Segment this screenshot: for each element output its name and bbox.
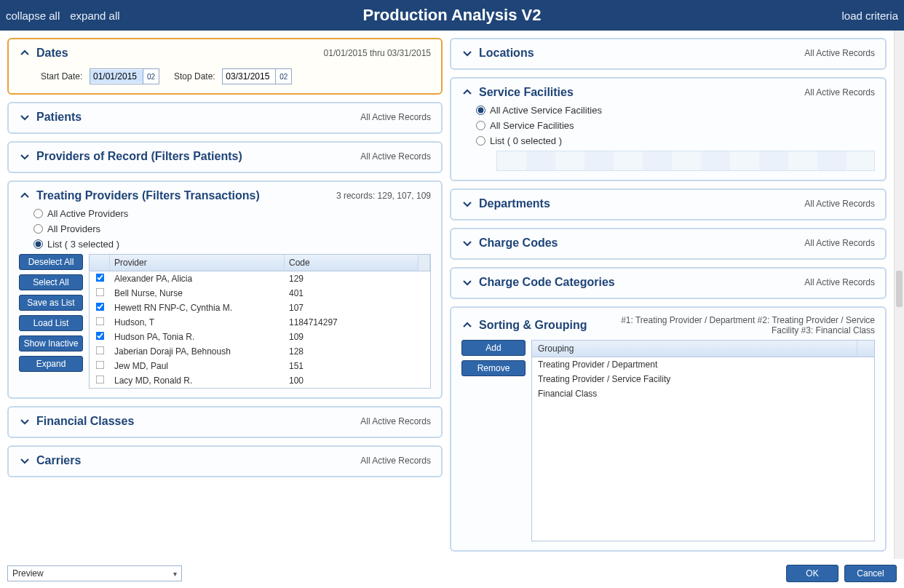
row-checkbox[interactable] (95, 274, 104, 282)
row-checkbox[interactable] (95, 288, 104, 297)
chevron-down-icon[interactable] (461, 47, 473, 59)
chevron-down-icon[interactable] (461, 198, 473, 210)
panel-title: Service Facilities (479, 86, 574, 99)
table-row[interactable]: Hudson, T1184714297 (90, 315, 430, 330)
table-row[interactable]: Bell Nurse, Nurse401 (90, 286, 430, 301)
dropdown-value: Preview (12, 568, 44, 579)
chevron-down-icon[interactable] (461, 277, 473, 288)
panel-treating-providers: Treating Providers (Filters Transactions… (7, 180, 443, 399)
ok-button[interactable]: OK (786, 565, 838, 582)
cancel-button[interactable]: Cancel (844, 565, 897, 582)
grouping-item[interactable]: Treating Provider / Department (532, 357, 874, 372)
provider-name: Lacy MD, Ronald R. (110, 376, 285, 386)
panel-summary: 01/01/2015 thru 03/31/2015 (324, 48, 431, 58)
expand-button[interactable]: Expand (19, 356, 83, 372)
row-checkbox[interactable] (95, 317, 104, 326)
grouping-item[interactable]: Financial Class (532, 386, 874, 401)
chevron-up-icon[interactable] (461, 87, 473, 98)
row-checkbox[interactable] (95, 346, 104, 355)
vertical-scrollbar[interactable] (894, 31, 904, 559)
chevron-down-icon[interactable] (461, 237, 473, 249)
calendar-icon[interactable]: 02 (143, 69, 159, 84)
column-provider[interactable]: Provider (110, 255, 285, 271)
provider-code: 109 (285, 332, 430, 342)
scrollbar-thumb[interactable] (896, 271, 903, 307)
chevron-down-icon[interactable] (19, 416, 31, 427)
panel-title: Financial Classes (36, 415, 134, 428)
radio-label: All Active Service Facilities (490, 105, 602, 116)
provider-code: 100 (285, 376, 430, 386)
radio-all-sf[interactable] (476, 121, 485, 130)
remove-grouping-button[interactable]: Remove (461, 360, 526, 376)
calendar-icon[interactable]: 02 (275, 69, 291, 84)
expand-all-link[interactable]: expand all (70, 9, 119, 22)
table-row[interactable]: Hewett RN FNP-C, Cynthia M.107 (90, 301, 430, 315)
provider-code: 107 (285, 303, 430, 313)
chevron-up-icon[interactable] (461, 319, 473, 331)
deselect-all-button[interactable]: Deselect All (19, 254, 83, 270)
provider-name: Jew MD, Paul (110, 361, 285, 371)
chevron-down-icon[interactable] (19, 151, 31, 162)
add-grouping-button[interactable]: Add (461, 340, 526, 356)
panel-dates: Dates 01/01/2015 thru 03/31/2015 Start D… (7, 38, 443, 95)
chevron-up-icon[interactable] (19, 47, 31, 59)
row-checkbox[interactable] (95, 361, 104, 370)
panel-summary: #1: Treating Provider / Department #2: T… (613, 315, 875, 335)
panel-locations: Locations All Active Records (450, 38, 887, 70)
table-row[interactable]: Jaberian Doraji PA, Behnoush128 (90, 344, 430, 359)
panel-title: Carriers (36, 454, 81, 467)
load-list-button[interactable]: Load List (19, 315, 83, 331)
radio-all-providers[interactable] (33, 224, 43, 234)
providers-table: Provider Code Alexander PA, Alicia129Bel… (89, 254, 431, 389)
left-column: Dates 01/01/2015 thru 03/31/2015 Start D… (7, 38, 443, 552)
panel-title: Treating Providers (Filters Transactions… (36, 189, 260, 202)
chevron-down-icon[interactable] (19, 111, 31, 123)
chevron-up-icon[interactable] (19, 190, 31, 202)
provider-name: Alexander PA, Alicia (110, 274, 285, 284)
chevron-down-icon[interactable] (19, 455, 31, 466)
provider-code: 129 (285, 274, 430, 284)
panel-summary: All Active Records (804, 48, 875, 58)
sf-list-preview[interactable] (496, 151, 875, 171)
start-date-input[interactable] (90, 70, 143, 83)
grouping-item[interactable]: Treating Provider / Service Facility (532, 372, 874, 386)
table-row[interactable]: Jew MD, Paul151 (90, 359, 430, 373)
panel-summary: All Active Records (360, 456, 431, 466)
row-checkbox[interactable] (95, 376, 104, 384)
table-row[interactable]: Alexander PA, Alicia129 (90, 271, 430, 286)
radio-all-active-providers[interactable] (33, 209, 43, 218)
panel-summary: All Active Records (804, 199, 875, 209)
column-grouping[interactable]: Grouping (532, 341, 857, 357)
provider-code: 128 (285, 346, 430, 357)
panel-title: Sorting & Grouping (479, 319, 587, 332)
panel-summary: 3 records: 129, 107, 109 (336, 191, 431, 201)
load-criteria-link[interactable]: load criteria (841, 9, 898, 22)
provider-name: Bell Nurse, Nurse (110, 288, 285, 298)
collapse-all-link[interactable]: collapse all (6, 9, 60, 22)
column-code[interactable]: Code (285, 255, 419, 271)
row-checkbox[interactable] (95, 332, 104, 341)
stop-date-input[interactable] (223, 70, 275, 83)
radio-label: All Service Facilities (490, 120, 574, 131)
radio-all-active-sf[interactable] (476, 106, 485, 115)
provider-code: 151 (285, 361, 430, 371)
panel-summary: All Active Records (360, 416, 431, 426)
radio-list-providers[interactable] (33, 239, 43, 249)
radio-list-sf[interactable] (476, 136, 485, 146)
show-inactive-button[interactable]: Show Inactive (19, 335, 83, 351)
table-row[interactable]: Hudson PA, Tonia R.109 (90, 330, 430, 344)
save-as-list-button[interactable]: Save as List (19, 295, 83, 311)
select-all-button[interactable]: Select All (19, 274, 83, 290)
content-area: Dates 01/01/2015 thru 03/31/2015 Start D… (0, 31, 904, 559)
provider-code: 1184714297 (285, 317, 430, 327)
provider-name: Hudson, T (110, 317, 285, 327)
row-checkbox[interactable] (95, 303, 104, 311)
table-row[interactable]: Lacy MD, Ronald R.100 (90, 373, 430, 388)
panel-patients: Patients All Active Records (7, 102, 443, 134)
output-mode-dropdown[interactable]: Preview ▾ (7, 565, 182, 581)
radio-label: All Active Providers (47, 208, 128, 219)
provider-name: Jaberian Doraji PA, Behnoush (110, 346, 285, 357)
stop-date-label: Stop Date: (174, 71, 215, 82)
window-title: Production Analysis V2 (0, 6, 904, 25)
titlebar: collapse all expand all Production Analy… (0, 0, 904, 31)
